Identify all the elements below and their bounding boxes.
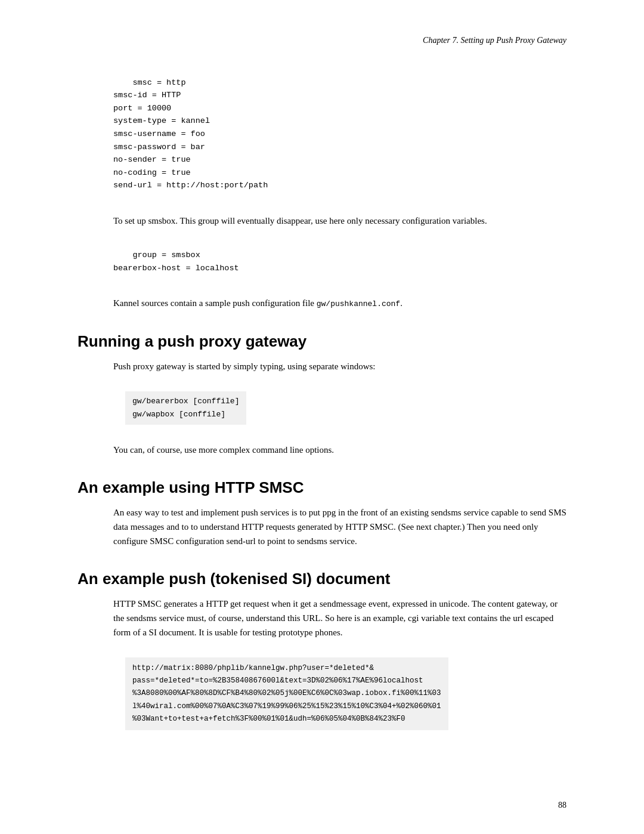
page-number: 88 xyxy=(558,801,566,810)
section-title-running: Running a push proxy gateway xyxy=(78,332,566,351)
section-title-push-doc: An example push (tokenised SI) document xyxy=(78,570,566,588)
code-block-url-example: http://matrix:8080/phplib/kannelgw.php?u… xyxy=(125,657,448,730)
code-block-smsc-config: smsc = http smsc-id = HTTP port = 10000 … xyxy=(113,63,566,205)
chapter-header: Chapter 7. Setting up Push Proxy Gateway xyxy=(78,36,566,45)
inline-code-pushkannel: gw/pushkannel.conf xyxy=(317,299,400,308)
page: Chapter 7. Setting up Push Proxy Gateway… xyxy=(0,0,644,834)
paragraph-smsbox-setup: To set up smsbox. This group will eventu… xyxy=(113,214,566,228)
paragraph-http-smsc-desc: An easy way to test and implement push s… xyxy=(113,505,566,548)
chapter-title: Chapter 7. Setting up Push Proxy Gateway xyxy=(423,36,566,45)
code-block-commands: gw/bearerbox [conffile] gw/wapbox [conff… xyxy=(125,391,246,425)
paragraph-proxy-intro: Push proxy gateway is started by simply … xyxy=(113,359,566,373)
section-title-http-smsc: An example using HTTP SMSC xyxy=(78,478,566,497)
paragraph-push-doc-desc: HTTP SMSC generates a HTTP get request w… xyxy=(113,597,566,640)
paragraph-complex-options: You can, of course, use more complex com… xyxy=(113,443,566,457)
code-block-smsbox-group: group = smsbox bearerbox-host = localhos… xyxy=(113,236,566,288)
paragraph-kannel-sources: Kannel sources contain a sample push con… xyxy=(113,296,566,311)
